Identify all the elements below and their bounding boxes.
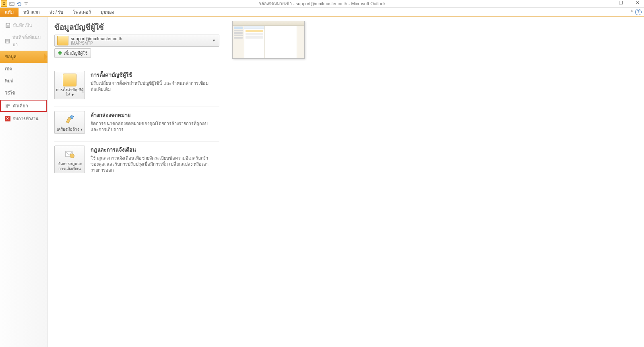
button-label: การตั้งค่าบัญชีผู้ใช้ ▾ <box>56 88 84 97</box>
account-email: support@mailmaster.co.th <box>71 36 122 41</box>
folder-icon <box>57 36 68 45</box>
account-selector[interactable]: support@mailmaster.co.th IMAP/SMTP ▼ <box>54 35 219 47</box>
minimize-button[interactable]: — <box>599 0 609 6</box>
chevron-down-icon: ▼ <box>212 39 216 43</box>
app-icon[interactable]: O <box>1 0 7 7</box>
section-desc: จัดการขนาดกล่องจดหมายของคุณโดยการล้างราย… <box>91 121 211 133</box>
svg-rect-5 <box>6 41 8 43</box>
options-icon <box>5 103 10 109</box>
button-label: เพิ่มบัญชีผู้ใช้ <box>64 49 87 57</box>
nav-label: จบการทำงาน <box>13 115 39 122</box>
nav-help[interactable]: วิธีใช้ <box>0 87 47 99</box>
ribbon: แฟ้ม หน้าแรก ส่ง / รับ โฟลเดอร์ มุมมอง ۵… <box>0 8 644 17</box>
nav-save-as: บันทึกเป็น <box>0 19 47 31</box>
nav-info[interactable]: ข้อมูล <box>0 51 47 63</box>
account-settings-icon <box>63 74 76 86</box>
ribbon-minimize-icon[interactable]: ۵ <box>631 9 633 15</box>
attachment-icon <box>5 38 10 44</box>
section-heading: การตั้งค่าบัญชีผู้ใช้ <box>91 71 211 79</box>
section-desc: ใช้กฎและการแจ้งเตือนเพื่อช่วยจัดระเบียบข… <box>91 155 211 173</box>
section-cleanup: เครื่องมือล้าง ▾ ล้างกล่องจดหมาย จัดการข… <box>54 107 219 142</box>
svg-rect-1 <box>24 2 27 2</box>
button-label: จัดการกฎและการแจ้งเตือน <box>56 162 84 171</box>
tab-file[interactable]: แฟ้ม <box>0 8 19 16</box>
help-icon[interactable]: ? <box>635 9 642 15</box>
qat-undo-icon[interactable] <box>16 1 22 6</box>
tab-send-receive[interactable]: ส่ง / รับ <box>45 8 68 16</box>
save-icon <box>5 23 10 28</box>
tab-home[interactable]: หน้าแรก <box>19 8 45 16</box>
info-panel: ข้อมูลบัญชีผู้ใช้ support@mailmaster.co.… <box>48 17 644 347</box>
tab-view[interactable]: มุมมอง <box>96 8 119 16</box>
account-type: IMAP/SMTP <box>71 41 122 45</box>
section-desc: ปรับเปลี่ยนการตั้งค่าสำหรับบัญชีผู้ใช้นี… <box>91 80 211 92</box>
svg-rect-3 <box>7 23 9 25</box>
backstage-nav: บันทึกเป็น บันทึกสิ่งที่แนบมา ข้อมูล เปิ… <box>0 17 48 347</box>
cleanup-icon <box>63 114 76 126</box>
preview-area <box>232 21 305 344</box>
section-account-settings: การตั้งค่าบัญชีผู้ใช้ ▾ การตั้งค่าบัญชีผ… <box>54 67 219 107</box>
nav-options[interactable]: ตัวเลือก <box>0 100 47 112</box>
cleanup-tools-button[interactable]: เครื่องมือล้าง ▾ <box>54 111 85 134</box>
nav-open[interactable]: เปิด <box>0 63 47 75</box>
svg-rect-7 <box>8 104 10 105</box>
nav-print[interactable]: พิมพ์ <box>0 75 47 87</box>
plus-icon: ✚ <box>58 50 62 56</box>
nav-label: ตัวเลือก <box>13 102 28 109</box>
nav-label: วิธีใช้ <box>5 89 15 97</box>
nav-label: บันทึกสิ่งที่แนบมา <box>12 34 43 48</box>
quick-access-toolbar: O <box>0 0 29 7</box>
section-rules: จัดการกฎและการแจ้งเตือน กฎและการแจ้งเตือ… <box>54 142 219 181</box>
account-settings-button[interactable]: การตั้งค่าบัญชีผู้ใช้ ▾ <box>54 71 85 99</box>
rules-alerts-button[interactable]: จัดการกฎและการแจ้งเตือน <box>54 146 85 173</box>
nav-label: เปิด <box>5 65 12 72</box>
add-account-button[interactable]: ✚ เพิ่มบัญชีผู้ใช้ <box>54 48 91 58</box>
nav-exit[interactable]: ✕ จบการทำงาน <box>0 113 47 125</box>
button-label: เครื่องมือล้าง ▾ <box>57 127 83 132</box>
qat-send-receive-icon[interactable] <box>9 1 14 6</box>
exit-icon: ✕ <box>5 116 10 121</box>
section-heading: กฎและการแจ้งเตือน <box>91 146 211 154</box>
tab-folder[interactable]: โฟลเดอร์ <box>68 8 96 16</box>
section-heading: ล้างกล่องจดหมาย <box>91 111 211 119</box>
mailbox-preview-thumbnail <box>232 21 305 59</box>
svg-rect-6 <box>6 104 7 105</box>
svg-point-11 <box>70 154 74 158</box>
backstage: บันทึกเป็น บันทึกสิ่งที่แนบมา ข้อมูล เปิ… <box>0 17 644 347</box>
nav-label: ข้อมูล <box>5 53 17 60</box>
rules-icon <box>63 148 76 160</box>
maximize-button[interactable]: ☐ <box>616 0 625 6</box>
svg-rect-8 <box>6 106 7 108</box>
nav-save-attachments: บันทึกสิ่งที่แนบมา <box>0 31 47 51</box>
page-title: ข้อมูลบัญชีผู้ใช้ <box>54 21 219 33</box>
close-button[interactable]: ✕ <box>633 0 642 6</box>
qat-customize-icon[interactable] <box>23 1 29 6</box>
window-title: กล่องจดหมายเข้า - support@mailmaster.co.… <box>258 0 386 7</box>
titlebar: O กล่องจดหมายเข้า - support@mailmaster.c… <box>0 0 644 8</box>
nav-label: บันทึกเป็น <box>13 22 32 29</box>
nav-label: พิมพ์ <box>5 77 13 84</box>
